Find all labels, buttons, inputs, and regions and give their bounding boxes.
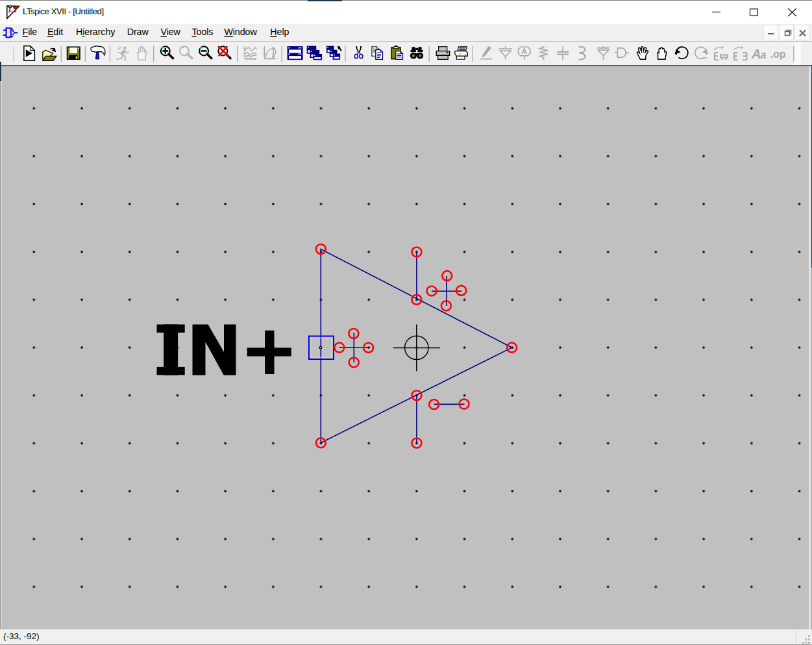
svg-text:A: A <box>751 47 761 61</box>
svg-text:.op: .op <box>770 48 785 60</box>
svg-text:LT: LT <box>8 5 19 14</box>
svg-text:a: a <box>760 49 766 61</box>
